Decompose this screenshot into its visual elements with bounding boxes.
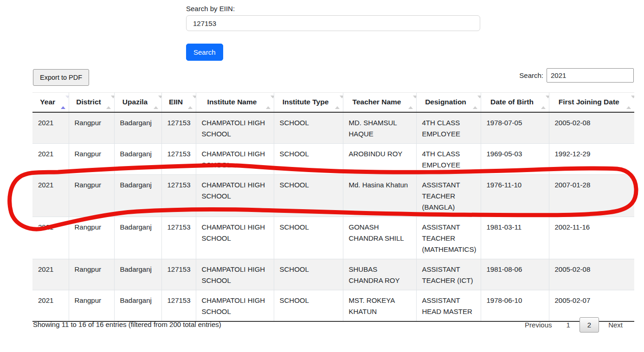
table-row: 2021 Rangpur Badarganj 127153 CHAMPATOLI… — [32, 290, 634, 321]
eiin-search-input[interactable] — [186, 15, 480, 31]
column-header-year[interactable]: Year — [32, 93, 69, 112]
pagination-previous[interactable]: Previous — [520, 318, 557, 332]
table-filter: Search: — [519, 68, 634, 83]
page: Search by EIIN: Search Export to PDF Sea… — [0, 0, 644, 352]
table-row: 2021 Rangpur Badarganj 127153 CHAMPATOLI… — [32, 217, 634, 259]
eiin-search-label: Search by EIIN: — [186, 5, 235, 13]
column-header-first-joining-date[interactable]: First Joining Date — [549, 93, 634, 112]
column-header-date-of-birth[interactable]: Date of Birth — [481, 93, 549, 112]
sort-icon — [188, 98, 193, 106]
table-info-text: Showing 11 to 16 of 16 entries (filtered… — [33, 320, 221, 328]
table-row: 2021 Rangpur Badarganj 127153 CHAMPATOLI… — [32, 143, 634, 174]
sort-icon — [541, 98, 546, 106]
sort-icon — [106, 98, 111, 106]
sort-icon — [473, 98, 477, 106]
table-row: 2021 Rangpur Badarganj 127153 CHAMPATOLI… — [32, 112, 634, 144]
sort-icon — [335, 98, 340, 106]
sort-icon — [626, 98, 631, 106]
search-button[interactable]: Search — [186, 44, 223, 61]
sort-icon — [408, 98, 413, 106]
column-header-designation[interactable]: Designation — [416, 93, 481, 112]
column-header-district[interactable]: District — [69, 93, 114, 112]
table-row: 2021 Rangpur Badarganj 127153 CHAMPATOLI… — [32, 259, 634, 290]
pagination-page-2-active[interactable]: 2 — [580, 317, 599, 333]
column-header-institute-name[interactable]: Institute Name — [196, 93, 274, 112]
column-header-upazila[interactable]: Upazila — [114, 93, 161, 112]
table-filter-input[interactable] — [547, 68, 634, 83]
export-pdf-button[interactable]: Export to PDF — [33, 69, 89, 86]
sort-icon — [154, 98, 158, 106]
pagination: Previous 1 2 Next — [515, 317, 628, 333]
column-header-institute-type[interactable]: Institute Type — [274, 93, 343, 112]
table-row-highlighted: 2021 Rangpur Badarganj 127153 CHAMPATOLI… — [32, 174, 634, 217]
sort-asc-icon — [61, 98, 65, 106]
table-header-row: Year District Upazila EIIN Institute Nam… — [32, 93, 634, 112]
pagination-next[interactable]: Next — [603, 318, 628, 332]
pagination-page-1[interactable]: 1 — [561, 318, 575, 332]
sort-icon — [266, 98, 270, 106]
table-filter-label: Search: — [519, 71, 543, 79]
column-header-teacher-name[interactable]: Teacher Name — [343, 93, 416, 112]
column-header-eiin[interactable]: EIIN — [161, 93, 196, 112]
results-table: Year District Upazila EIIN Institute Nam… — [32, 92, 634, 322]
